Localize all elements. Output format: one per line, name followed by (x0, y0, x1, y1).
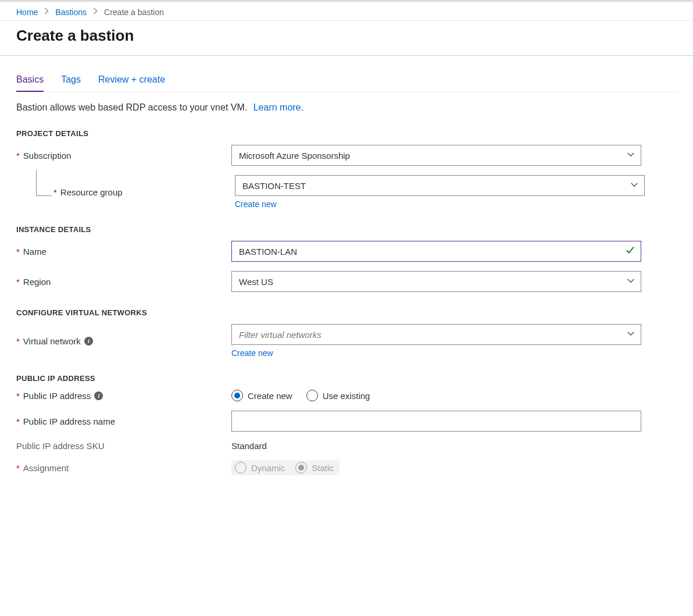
chevron-down-icon (627, 330, 635, 340)
radio-label: Static (312, 463, 334, 473)
pip-name-input[interactable] (231, 411, 641, 432)
chevron-right-icon (42, 7, 51, 17)
intro-text-body: Bastion allows web based RDP access to y… (16, 102, 247, 112)
section-instance-details: INSTANCE DETAILS (16, 225, 677, 234)
info-icon[interactable]: i (84, 337, 93, 346)
radio-bullet-icon (231, 390, 243, 401)
label-public-ip: Public IP address (23, 391, 91, 401)
create-new-rg-link[interactable]: Create new (235, 200, 277, 209)
required-indicator: * (16, 247, 20, 257)
resource-group-select[interactable]: BASTION-TEST (235, 175, 645, 196)
section-public-ip: PUBLIC IP ADDRESS (16, 374, 677, 383)
vnet-placeholder: Filter virtual networks (239, 330, 322, 340)
label-subscription: Subscription (23, 151, 72, 161)
label-name: Name (23, 247, 47, 257)
radio-pip-use-existing[interactable]: Use existing (306, 390, 370, 401)
resource-group-value: BASTION-TEST (242, 181, 306, 191)
assignment-radio-group: Dynamic Static (231, 460, 340, 475)
tab-tags[interactable]: Tags (61, 73, 81, 91)
radio-bullet-icon (235, 462, 247, 473)
region-value: West US (239, 277, 273, 287)
label-virtual-network: Virtual network (23, 336, 81, 346)
radio-bullet-icon (306, 390, 318, 401)
subscription-select[interactable]: Microsoft Azure Sponsorship (231, 145, 641, 166)
virtual-network-select[interactable]: Filter virtual networks (231, 324, 641, 345)
radio-assignment-dynamic: Dynamic (235, 462, 285, 473)
radio-label: Create new (248, 391, 292, 401)
public-ip-radio-group: Create new Use existing (231, 390, 641, 401)
region-select[interactable]: West US (231, 271, 641, 292)
subscription-value: Microsoft Azure Sponsorship (239, 151, 350, 161)
radio-label: Dynamic (251, 463, 285, 473)
chevron-right-icon (91, 7, 99, 17)
page-title: Create a bastion (16, 27, 677, 45)
pip-sku-value: Standard (231, 441, 267, 451)
learn-more-link[interactable]: Learn more. (253, 102, 303, 112)
tab-basics[interactable]: Basics (16, 73, 44, 92)
radio-assignment-static: Static (295, 462, 334, 473)
required-indicator: * (53, 187, 57, 197)
tabs: Basics Tags Review + create (16, 73, 677, 92)
label-region: Region (23, 277, 51, 287)
tab-review-create[interactable]: Review + create (98, 73, 165, 91)
name-value: BASTION-LAN (239, 247, 297, 257)
radio-pip-create-new[interactable]: Create new (231, 390, 292, 401)
section-configure-vnet: CONFIGURE VIRTUAL NETWORKS (16, 308, 677, 317)
required-indicator: * (16, 463, 20, 473)
create-new-vnet-link[interactable]: Create new (231, 348, 273, 358)
breadcrumb-bastions[interactable]: Bastions (55, 8, 87, 17)
radio-label: Use existing (323, 391, 370, 401)
required-indicator: * (16, 277, 20, 287)
info-icon[interactable]: i (94, 391, 103, 400)
radio-bullet-icon (295, 462, 307, 473)
check-icon (626, 246, 635, 257)
label-pip-name: Public IP address name (23, 416, 115, 426)
label-pip-sku: Public IP address SKU (16, 441, 104, 451)
label-resource-group: Resource group (60, 187, 123, 197)
required-indicator: * (16, 336, 20, 346)
label-assignment: Assignment (23, 463, 69, 473)
name-input[interactable]: BASTION-LAN (231, 241, 641, 262)
breadcrumb-current: Create a bastion (104, 8, 164, 17)
intro-text: Bastion allows web based RDP access to y… (16, 102, 677, 113)
required-indicator: * (16, 151, 20, 161)
breadcrumb-home[interactable]: Home (16, 8, 38, 17)
chevron-down-icon (630, 181, 638, 191)
section-project-details: PROJECT DETAILS (16, 129, 677, 138)
required-indicator: * (16, 391, 20, 401)
required-indicator: * (16, 416, 20, 426)
breadcrumb: Home Bastions Create a bastion (0, 2, 693, 21)
chevron-down-icon (627, 151, 635, 161)
chevron-down-icon (627, 277, 635, 287)
